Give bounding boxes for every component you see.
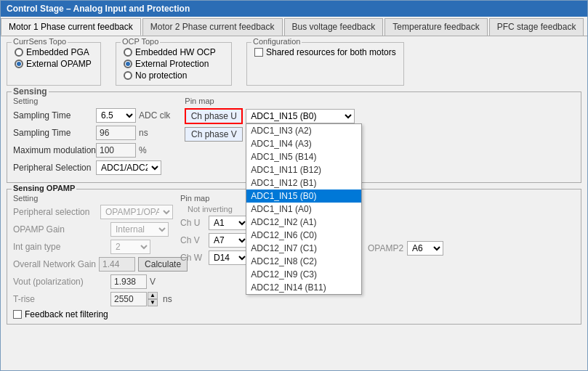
dropdown-item-7[interactable]: ADC12_IN2 (A1)	[246, 216, 361, 229]
radio-label-hw-ocp: Embedded HW OCP	[135, 47, 216, 57]
ch-u-select[interactable]: A1	[209, 216, 249, 230]
dropdown-item-1[interactable]: ADC1_IN4 (A3)	[246, 137, 361, 150]
sampling-time-ns-row: Sampling Time ns	[13, 126, 170, 140]
opamp-gain-label: OPAMP Gain	[13, 224, 108, 235]
configuration-section: Configuration Shared resources for both …	[246, 42, 404, 86]
max-modulation-row: Maximum modulation %	[13, 143, 170, 158]
opamp2-out-label: OPAMP2	[368, 243, 404, 253]
t-rise-row: T-rise ▲ ▼ ns	[13, 292, 173, 306]
t-rise-unit: ns	[163, 294, 172, 304]
ocp-topo-title: OCP Topo	[121, 37, 160, 46]
opamp-peripheral-sel-label: Peripheral selection	[13, 207, 97, 217]
dropdown-item-6[interactable]: ADC1_IN1 (A0)	[246, 203, 361, 216]
peripheral-sel-label: Peripheral Selection	[13, 163, 93, 173]
radio-label-ext-prot: External Protection	[135, 59, 209, 69]
max-mod-label: Maximum modulation	[13, 145, 93, 155]
dropdown-item-9[interactable]: ADC12_IN7 (C1)	[246, 242, 361, 255]
ch-w-select[interactable]: D14	[209, 250, 249, 265]
radio-no-protection[interactable]: No protection	[124, 70, 224, 81]
ch-v-select[interactable]: A7	[209, 233, 249, 248]
dropdown-item-8[interactable]: ADC12_IN6 (C0)	[246, 229, 361, 242]
vout-pol-label: Vout (polarization)	[13, 277, 108, 287]
overall-net-gain-label: Overall Network Gain	[13, 259, 96, 269]
spinner-down[interactable]: ▼	[148, 299, 158, 306]
sampling-time-ns-input[interactable]	[96, 126, 136, 140]
checkbox-box-shared	[254, 48, 263, 57]
sampling-time-select[interactable]: 6.5	[96, 108, 136, 123]
opamp-gain-select[interactable]: Internal	[110, 222, 169, 237]
int-gain-type-select[interactable]: 2	[110, 240, 150, 254]
sensing-setting-label: Setting	[13, 97, 170, 105]
ch-phase-u-select[interactable]: ADC1_IN15 (B0)	[246, 109, 355, 123]
currsens-topo-title: CurrSens Topo	[12, 37, 68, 46]
radio-circle-hw-ocp	[124, 48, 132, 57]
sensing-group: Sensing Setting Sampling Time 6.5 ADC cl…	[7, 91, 581, 183]
tab-pfc[interactable]: PFC stage feedback	[489, 18, 584, 36]
spinner-arrows: ▲ ▼	[148, 292, 158, 306]
dropdown-item-3[interactable]: ADC1_IN11 (B12)	[246, 163, 361, 176]
ch-phase-u-dropdown-container: ADC1_IN15 (B0) ADC1_IN3 (A2) ADC1_IN4 (A…	[246, 109, 355, 123]
opamp-setting-col: Setting Peripheral selection OPAMP1/OPAM…	[13, 194, 173, 319]
ch-phase-u-label: Ch phase U	[185, 108, 243, 124]
dropdown-item-2[interactable]: ADC1_IN5 (B14)	[246, 150, 361, 163]
dropdown-item-11[interactable]: ADC12_IN9 (C3)	[246, 268, 361, 281]
peripheral-sel-select[interactable]: ADC1/ADC2	[96, 160, 161, 175]
radio-external-opamp[interactable]: External OPAMP	[15, 59, 93, 69]
opamp2-out-select[interactable]: A6	[407, 241, 443, 256]
radio-label-no-prot: No protection	[135, 70, 187, 81]
currsens-radio-group: Embedded PGA External OPAMP	[15, 47, 93, 69]
ch-w-label: Ch W	[180, 253, 206, 263]
max-mod-unit: %	[139, 145, 147, 155]
title-bar: Control Stage – Analog Input and Protect…	[1, 1, 587, 17]
currsens-topo-section: CurrSens Topo Embedded PGA External OPAM…	[7, 42, 101, 86]
vout-pol-input[interactable]	[110, 274, 147, 289]
opamp-peripheral-sel-select[interactable]: OPAMP1/OPAMP2	[100, 205, 173, 219]
tab-motor2[interactable]: Motor 2 Phase current feedback	[142, 18, 283, 36]
overall-net-gain-input	[99, 257, 135, 272]
radio-external-protection[interactable]: External Protection	[124, 59, 224, 69]
sampling-time-ns-label: Sampling Time	[13, 128, 93, 138]
tab-bar: Motor 1 Phase current feedback Motor 2 P…	[1, 17, 587, 36]
t-rise-input[interactable]	[110, 292, 147, 306]
radio-circle-ext-prot	[124, 60, 132, 68]
tab-motor1[interactable]: Motor 1 Phase current feedback	[1, 18, 141, 36]
max-mod-input[interactable]	[96, 143, 136, 158]
ch-u-label: Ch U	[180, 218, 206, 228]
dropdown-list: ADC1_IN3 (A2) ADC1_IN4 (A3) ADC1_IN5 (B1…	[246, 123, 362, 295]
shared-resources-checkbox[interactable]: Shared resources for both motors	[254, 47, 396, 57]
sensing-opamp-title: Sensing OPAMP	[12, 184, 76, 192]
sensing-group-title: Sensing	[12, 86, 49, 97]
radio-label-embedded-pga: Embedded PGA	[26, 47, 89, 57]
dropdown-item-12[interactable]: ADC12_IN14 (B11)	[246, 281, 361, 294]
peripheral-sel-row: Peripheral Selection ADC1/ADC2	[13, 160, 170, 175]
vout-pol-row: Vout (polarization) V	[13, 274, 173, 289]
ocp-topo-section: OCP Topo Embedded HW OCP External Protec…	[116, 42, 232, 86]
feedback-net-label: Feedback net filtering	[25, 309, 108, 319]
t-rise-label: T-rise	[13, 294, 108, 304]
radio-circle-embedded-pga	[15, 48, 23, 57]
checkbox-box-feedback	[13, 310, 22, 319]
sampling-time-unit: ADC clk	[139, 110, 170, 121]
spinner-up[interactable]: ▲	[148, 292, 158, 299]
pinmap-title: Pin map	[185, 97, 355, 105]
tab-temp[interactable]: Temperature feedback	[384, 18, 487, 36]
dropdown-item-0[interactable]: ADC1_IN3 (A2)	[246, 124, 361, 137]
int-gain-type-row: Int gain type 2	[13, 240, 173, 254]
radio-circle-no-prot	[124, 71, 132, 80]
main-content: CurrSens Topo Embedded PGA External OPAM…	[1, 36, 587, 370]
sampling-time-ns-unit: ns	[139, 128, 148, 138]
int-gain-type-label: Int gain type	[13, 242, 108, 252]
t-rise-spinner: ▲ ▼	[110, 292, 158, 306]
dropdown-item-5[interactable]: ADC1_IN15 (B0)	[246, 189, 361, 203]
radio-circle-external-opamp	[15, 60, 23, 68]
feedback-net-filtering-checkbox[interactable]: Feedback net filtering	[13, 309, 173, 319]
dropdown-item-10[interactable]: ADC12_IN8 (C2)	[246, 255, 361, 268]
ocp-radio-group: Embedded HW OCP External Protection No p…	[124, 47, 224, 81]
dropdown-item-4[interactable]: ADC1_IN12 (B1)	[246, 176, 361, 189]
opamp-peripheral-sel-row: Peripheral selection OPAMP1/OPAMP2	[13, 205, 173, 219]
opamp-gain-row: OPAMP Gain Internal	[13, 222, 173, 237]
radio-embedded-hw-ocp[interactable]: Embedded HW OCP	[124, 47, 224, 57]
sensing-setting-col: Setting Sampling Time 6.5 ADC clk Sampli…	[13, 97, 170, 178]
tab-bus[interactable]: Bus voltage feedback	[284, 18, 384, 36]
radio-embedded-pga[interactable]: Embedded PGA	[15, 47, 93, 57]
